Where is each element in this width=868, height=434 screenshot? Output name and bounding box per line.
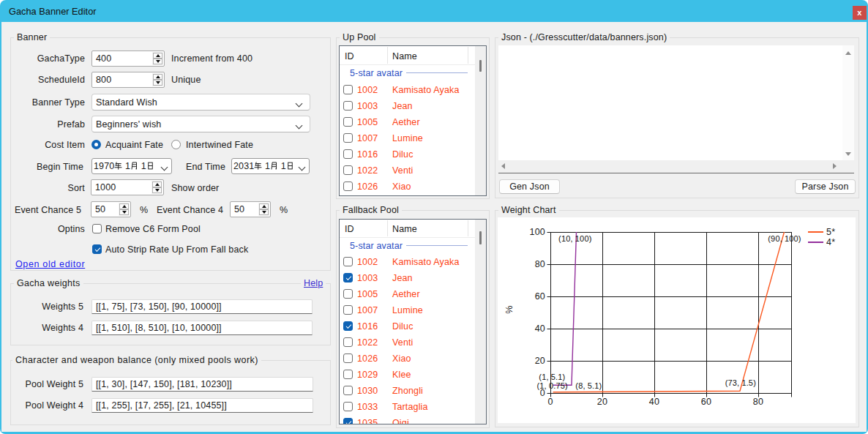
svg-text:20: 20 xyxy=(535,356,545,366)
svg-text:80: 80 xyxy=(535,259,545,269)
svg-text:40: 40 xyxy=(649,397,659,407)
svg-text:4*: 4* xyxy=(826,237,835,247)
svg-text:(1, 5.1): (1, 5.1) xyxy=(539,373,565,381)
svg-text:(8, 5.1): (8, 5.1) xyxy=(575,381,602,390)
svg-text:80: 80 xyxy=(753,397,763,407)
svg-text:5*: 5* xyxy=(826,227,835,237)
svg-text:%: % xyxy=(504,305,515,313)
svg-text:20: 20 xyxy=(597,397,607,407)
svg-text:100: 100 xyxy=(530,227,545,237)
svg-text:(73, 1.5): (73, 1.5) xyxy=(725,378,756,387)
svg-text:0: 0 xyxy=(547,397,553,407)
svg-text:60: 60 xyxy=(701,397,711,407)
svg-text:(10, 100): (10, 100) xyxy=(558,234,591,243)
svg-text:(1, 0.75): (1, 0.75) xyxy=(537,381,568,390)
svg-text:40: 40 xyxy=(535,323,545,334)
svg-text:(90, 100): (90, 100) xyxy=(768,234,801,243)
svg-text:60: 60 xyxy=(535,291,545,302)
